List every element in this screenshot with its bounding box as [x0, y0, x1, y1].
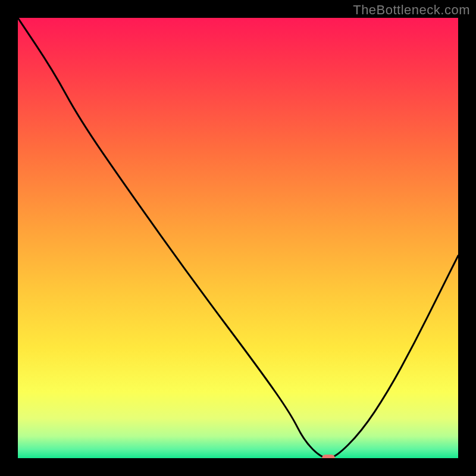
bottleneck-curve — [18, 18, 458, 458]
watermark-text: TheBottleneck.com — [353, 2, 470, 18]
plot-area — [18, 18, 458, 458]
chart-container: TheBottleneck.com — [0, 0, 476, 476]
optimal-marker — [322, 455, 335, 458]
